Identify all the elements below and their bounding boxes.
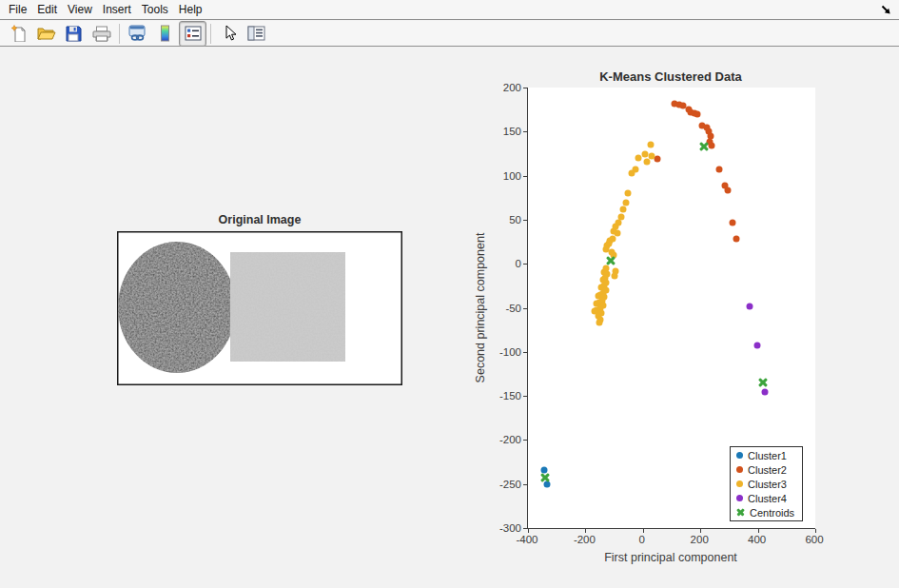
legend-label: Cluster3 [748, 479, 787, 490]
y-tick-mark [523, 308, 527, 309]
open-folder-icon [37, 26, 56, 41]
figure-toolbar [0, 21, 899, 47]
scatter-point [724, 187, 731, 194]
toolbar-separator [119, 24, 120, 44]
menu-edit[interactable]: Edit [35, 2, 59, 17]
y-tick-label: 150 [503, 126, 521, 137]
y-tick-label: 50 [509, 214, 521, 225]
legend-dot-marker [736, 466, 743, 473]
legend-dot-marker [736, 452, 743, 459]
x-tick-mark [815, 529, 816, 533]
y-tick-mark [523, 396, 527, 397]
colorbar-icon [159, 25, 171, 42]
scatter-point [611, 273, 617, 280]
property-inspector-button[interactable] [243, 21, 270, 47]
link-plot-button[interactable] [124, 21, 151, 47]
dock-arrow-icon [880, 4, 892, 16]
pointer-button[interactable] [215, 21, 243, 47]
chart-title: K-Means Clustered Data [527, 69, 814, 84]
scatter-point [647, 142, 654, 148]
x-tick-mark [700, 529, 701, 533]
scatter-point [635, 155, 641, 162]
legend-label: Cluster1 [748, 450, 787, 461]
insert-legend-button[interactable] [179, 21, 206, 47]
centroid-marker [605, 256, 616, 266]
y-tick-mark [523, 440, 527, 441]
x-tick-label: -400 [516, 534, 537, 545]
centroid-marker [540, 473, 551, 483]
original-image [117, 231, 402, 385]
plot-area: Cluster1Cluster2Cluster3Cluster4Centroid… [527, 88, 815, 529]
scatter-point [753, 343, 760, 349]
new-figure-button[interactable] [5, 21, 32, 47]
y-tick-label: -250 [499, 479, 521, 490]
centroid-marker [758, 378, 769, 388]
scatter-point [733, 236, 739, 243]
scatter-point [694, 110, 700, 117]
y-tick-label: -50 [505, 303, 521, 314]
x-tick-label: 200 [691, 534, 709, 545]
menu-help[interactable]: Help [177, 2, 205, 17]
y-tick-label: -100 [499, 346, 521, 358]
dark-circle-shape [118, 242, 236, 373]
scatter-point [619, 206, 626, 212]
x-tick-label: 400 [748, 534, 766, 545]
x-tick-mark [585, 529, 586, 533]
print-button[interactable] [88, 21, 115, 47]
menu-bar: File Edit View Insert Tools Help [0, 0, 899, 20]
legend-label: Cluster2 [748, 464, 787, 476]
insert-colorbar-button[interactable] [151, 21, 179, 47]
y-axis-label: Second principal component [474, 166, 488, 451]
light-square-shape [230, 252, 345, 362]
menu-view[interactable]: View [66, 2, 94, 17]
y-tick-label: 100 [503, 170, 521, 182]
scatter-point [654, 156, 660, 163]
legend-row: Cluster1 [736, 449, 802, 462]
y-tick-label: -300 [499, 522, 521, 534]
y-tick-mark [523, 484, 527, 485]
scatter-point [746, 303, 752, 309]
menu-insert[interactable]: Insert [101, 2, 133, 17]
x-tick-mark [528, 529, 529, 533]
y-tick-label: -200 [499, 434, 521, 445]
toolbar-separator [210, 24, 211, 44]
chart-legend[interactable]: Cluster1Cluster2Cluster3Cluster4Centroid… [730, 446, 803, 521]
dock-figure-button[interactable] [879, 3, 892, 16]
x-tick-mark [758, 529, 759, 533]
y-tick-mark [523, 264, 527, 265]
menu-file[interactable]: File [7, 2, 29, 17]
y-tick-mark [523, 528, 527, 529]
legend-dot-marker [736, 480, 743, 487]
legend-label: Centroids [750, 507, 794, 519]
menu-tools[interactable]: Tools [140, 2, 170, 17]
printer-icon [92, 26, 111, 42]
legend-row: Centroids [736, 506, 802, 519]
x-tick-label: 0 [639, 534, 645, 545]
legend-row: Cluster3 [736, 478, 802, 491]
new-document-icon [10, 25, 28, 42]
floppy-disk-icon [66, 26, 82, 42]
legend-row: Cluster2 [736, 463, 802, 477]
pointer-arrow-icon [223, 25, 236, 42]
save-button[interactable] [60, 21, 88, 47]
y-tick-label: 0 [516, 258, 521, 269]
scatter-point [610, 227, 616, 234]
scatter-point [625, 190, 632, 197]
x-tick-labels: -400-2000200400600 [527, 534, 814, 547]
y-tick-mark [523, 220, 527, 221]
scatter-point [629, 169, 635, 176]
scatter-point [761, 389, 768, 396]
scatter-point [644, 158, 651, 165]
legend-icon [185, 26, 202, 41]
link-plot-icon [128, 25, 147, 42]
y-tick-label: 200 [503, 82, 521, 93]
y-tick-mark [523, 352, 527, 353]
y-tick-mark [523, 176, 527, 177]
scatter-point [596, 320, 602, 326]
open-file-button[interactable] [32, 21, 60, 47]
property-panel-icon [247, 26, 265, 41]
original-image-title: Original Image [117, 213, 402, 226]
scatter-point [641, 151, 648, 158]
scatter-point [730, 219, 736, 225]
scatter-point [715, 167, 722, 173]
